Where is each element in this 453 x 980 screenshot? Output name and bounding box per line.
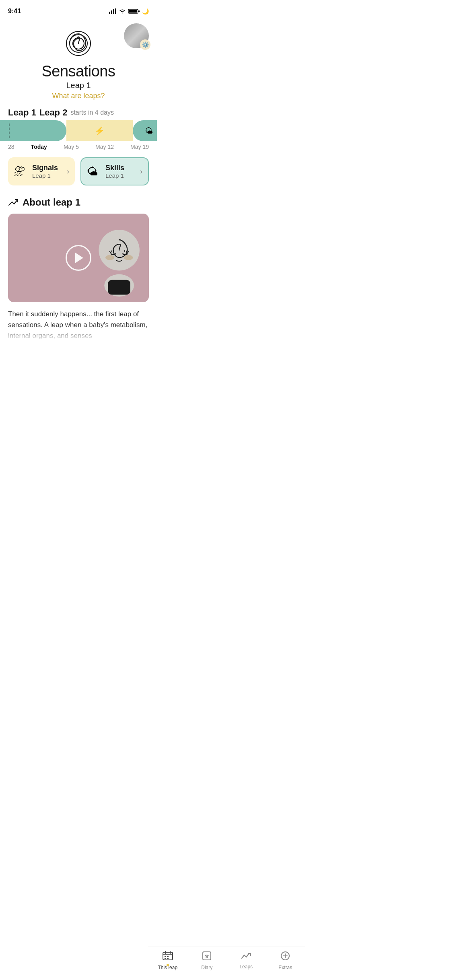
status-icons: 🌙: [109, 8, 149, 14]
gear-icon: ⚙️: [142, 41, 149, 48]
about-text: Then it suddenly happens... the first le…: [8, 309, 149, 342]
trend-up-icon: [8, 198, 19, 207]
skills-card[interactable]: 🌤 Skills Leap 1 ›: [80, 157, 149, 185]
skills-card-title: Skills: [105, 164, 136, 172]
timeline-green-segment: [0, 120, 66, 141]
timeline-yellow-segment: ⚡: [66, 120, 133, 141]
leap2-label: Leap 2: [39, 107, 68, 118]
about-heading: About leap 1: [8, 197, 149, 208]
signals-card[interactable]: ⛈ Signals Leap 1 ›: [8, 157, 75, 185]
storm-icon: ⚡: [95, 126, 105, 136]
timeline-green2-segment: 🌤: [133, 120, 157, 141]
timeline-dates: 28 Today May 5 May 12 May 19: [0, 141, 157, 150]
skills-card-subtitle: Leap 1: [105, 172, 136, 179]
timeline-dashed-line: [9, 124, 10, 138]
moon-icon: 🌙: [142, 8, 149, 14]
svg-rect-5: [129, 10, 137, 13]
svg-point-16: [124, 255, 133, 260]
timeline-bar: ⚡ 🌤: [0, 120, 157, 141]
signals-card-title: Signals: [32, 164, 63, 172]
svg-rect-2: [113, 9, 114, 14]
what-are-leaps-link[interactable]: What are leaps?: [52, 92, 105, 100]
play-button[interactable]: [66, 245, 91, 271]
date-may5: May 5: [64, 144, 79, 150]
date-today: Today: [31, 144, 47, 150]
settings-badge[interactable]: ⚙️: [140, 39, 150, 50]
sun-cloud-icon: 🌤: [145, 126, 153, 136]
signal-icon: [109, 8, 116, 14]
svg-rect-1: [111, 10, 112, 14]
avatar-container[interactable]: ⚙️: [124, 23, 149, 48]
svg-rect-3: [115, 8, 116, 14]
cards-row: ⛈ Signals Leap 1 › 🌤 Skills Leap 1 ›: [0, 150, 157, 185]
signals-card-subtitle: Leap 1: [32, 172, 63, 179]
starts-in-text: starts in 4 days: [70, 109, 114, 116]
svg-rect-6: [138, 10, 140, 12]
date-28: 28: [8, 144, 14, 150]
wifi-icon: [119, 8, 126, 14]
about-section: About leap 1: [0, 185, 157, 342]
status-time: 9:41: [8, 8, 21, 15]
signals-icon: ⛈: [14, 165, 28, 178]
skills-icon: 🌤: [87, 165, 101, 178]
about-text-container: Then it suddenly happens... the first le…: [8, 309, 149, 342]
spiral-icon: [62, 27, 95, 60]
video-thumbnail[interactable]: [8, 214, 149, 302]
timeline-section: Leap 1 Leap 2 starts in 4 days: [0, 107, 157, 118]
leap-labels: Leap 1 Leap 2 starts in 4 days: [8, 107, 149, 118]
battery-icon: [128, 8, 140, 14]
main-header: ⚙️ Sensations Leap 1 What are leaps?: [0, 19, 157, 100]
leap-number: Leap 1: [66, 81, 91, 90]
skills-chevron: ›: [140, 167, 142, 176]
signals-card-text: Signals Leap 1: [32, 164, 63, 179]
leap1-label: Leap 1: [8, 107, 36, 118]
page-title: Sensations: [41, 63, 115, 80]
about-heading-text: About leap 1: [23, 197, 80, 208]
svg-point-15: [105, 255, 114, 260]
date-may19: May 19: [130, 144, 149, 150]
date-may12: May 12: [95, 144, 114, 150]
skills-card-text: Skills Leap 1: [105, 164, 136, 179]
svg-rect-18: [108, 280, 130, 295]
svg-rect-0: [109, 12, 110, 14]
status-bar: 9:41 🌙: [0, 0, 157, 19]
play-triangle-icon: [75, 253, 83, 263]
signals-chevron: ›: [67, 167, 69, 176]
